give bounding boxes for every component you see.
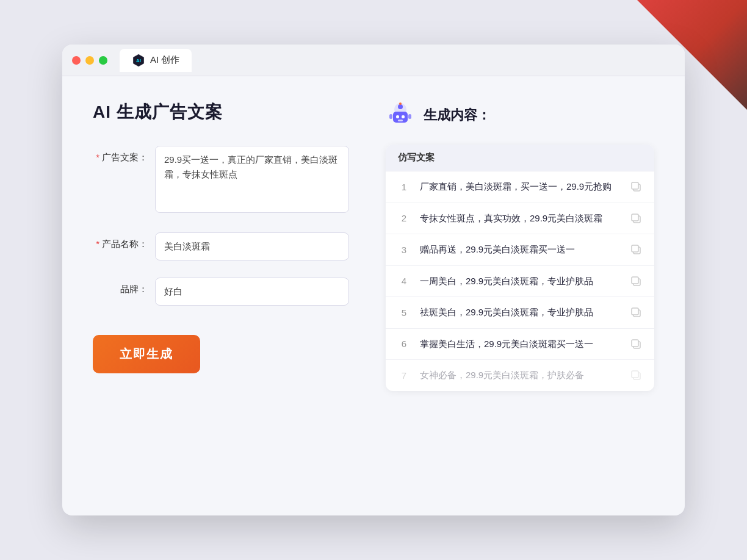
row-text: 赠品再送，29.9元美白淡斑霜买一送一 [420,243,620,257]
copy-icon[interactable] [630,275,642,287]
minimize-button[interactable] [85,56,94,65]
svg-rect-5 [402,115,405,118]
tab-label: AI 创作 [150,54,179,66]
copy-icon[interactable] [630,243,642,256]
result-rows: 1 厂家直销，美白淡斑霜，买一送一，29.9元抢购 2 专抹女性斑点，真实功效，… [386,171,654,391]
copy-icon[interactable] [630,369,642,381]
brand-wrap [155,278,349,306]
brand-label: 品牌： [93,278,148,295]
row-text: 厂家直销，美白淡斑霜，买一送一，29.9元抢购 [420,180,620,194]
browser-window: AI AI 创作 AI 生成广告文案 *广告文案： 29.9买一送一，真正的厂家… [62,45,685,515]
right-panel: 生成内容： 仿写文案 1 厂家直销，美白淡斑霜，买一送一，29.9元抢购 2 专… [386,101,654,485]
maximize-button[interactable] [99,56,107,65]
row-number: 7 [398,370,410,381]
ai-tab-icon: AI [132,54,145,67]
result-row: 1 厂家直销，美白淡斑霜，买一送一，29.9元抢购 [386,171,654,203]
result-row: 6 掌握美白生活，29.9元美白淡斑霜买一送一 [386,329,654,361]
result-row: 5 祛斑美白，29.9元美白淡斑霜，专业护肤品 [386,297,654,329]
copy-icon[interactable] [630,338,642,350]
svg-rect-25 [632,371,638,378]
row-number: 2 [398,213,410,223]
result-table-header: 仿写文案 [386,145,654,171]
result-row: 4 一周美白，29.9元美白淡斑霜，专业护肤品 [386,266,654,298]
ad-copy-wrap: 29.9买一送一，真正的厂家直销，美白淡斑霜，专抹女性斑点 [155,146,349,215]
ad-copy-group: *广告文案： 29.9买一送一，真正的厂家直销，美白淡斑霜，专抹女性斑点 [93,146,349,215]
svg-rect-21 [632,308,638,315]
required-star: * [96,152,99,162]
svg-rect-4 [396,115,399,118]
title-bar: AI AI 创作 [62,45,685,76]
row-number: 5 [398,307,410,318]
brand-input[interactable] [155,278,349,306]
copy-icon[interactable] [630,212,642,224]
svg-rect-11 [408,114,411,119]
required-star-2: * [96,239,99,249]
row-text: 专抹女性斑点，真实功效，29.9元美白淡斑霜 [420,212,620,226]
svg-rect-19 [632,277,638,284]
svg-text:AI: AI [136,58,141,63]
row-number: 6 [398,339,410,349]
svg-rect-15 [632,214,638,221]
svg-rect-23 [632,340,638,346]
result-row: 7 女神必备，29.9元美白淡斑霜，护肤必备 [386,360,654,391]
row-text: 祛斑美白，29.9元美白淡斑霜，专业护肤品 [420,306,620,320]
result-header: 生成内容： [386,101,654,130]
svg-rect-6 [398,120,403,121]
svg-rect-17 [632,245,638,252]
row-number: 1 [398,182,410,192]
row-number: 4 [398,276,410,286]
svg-rect-13 [632,182,638,189]
robot-icon [386,101,415,130]
product-name-input[interactable] [155,232,349,260]
svg-point-9 [399,102,402,105]
result-title: 生成内容： [424,106,491,124]
traffic-lights [72,56,107,65]
product-name-wrap [155,232,349,260]
left-panel: AI 生成广告文案 *广告文案： 29.9买一送一，真正的厂家直销，美白淡斑霜，… [93,101,349,485]
product-name-label: *产品名称： [93,232,148,250]
result-card: 仿写文案 1 厂家直销，美白淡斑霜，买一送一，29.9元抢购 2 专抹女性斑点，… [386,145,654,391]
ai-tab[interactable]: AI AI 创作 [120,49,192,72]
result-row: 3 赠品再送，29.9元美白淡斑霜买一送一 [386,234,654,266]
generate-button[interactable]: 立即生成 [93,335,200,373]
svg-rect-10 [389,114,392,119]
result-row: 2 专抹女性斑点，真实功效，29.9元美白淡斑霜 [386,203,654,235]
close-button[interactable] [72,56,81,65]
row-number: 3 [398,245,410,255]
copy-icon[interactable] [630,306,642,318]
main-content: AI 生成广告文案 *广告文案： 29.9买一送一，真正的厂家直销，美白淡斑霜，… [62,76,685,515]
row-text: 掌握美白生活，29.9元美白淡斑霜买一送一 [420,337,620,351]
page-title: AI 生成广告文案 [93,101,349,124]
ad-copy-input[interactable]: 29.9买一送一，真正的厂家直销，美白淡斑霜，专抹女性斑点 [155,146,349,213]
ad-copy-label: *广告文案： [93,146,148,163]
product-name-group: *产品名称： [93,232,349,260]
brand-group: 品牌： [93,278,349,306]
row-text: 女神必备，29.9元美白淡斑霜，护肤必备 [420,368,620,382]
row-text: 一周美白，29.9元美白淡斑霜，专业护肤品 [420,275,620,289]
copy-icon[interactable] [630,181,642,193]
